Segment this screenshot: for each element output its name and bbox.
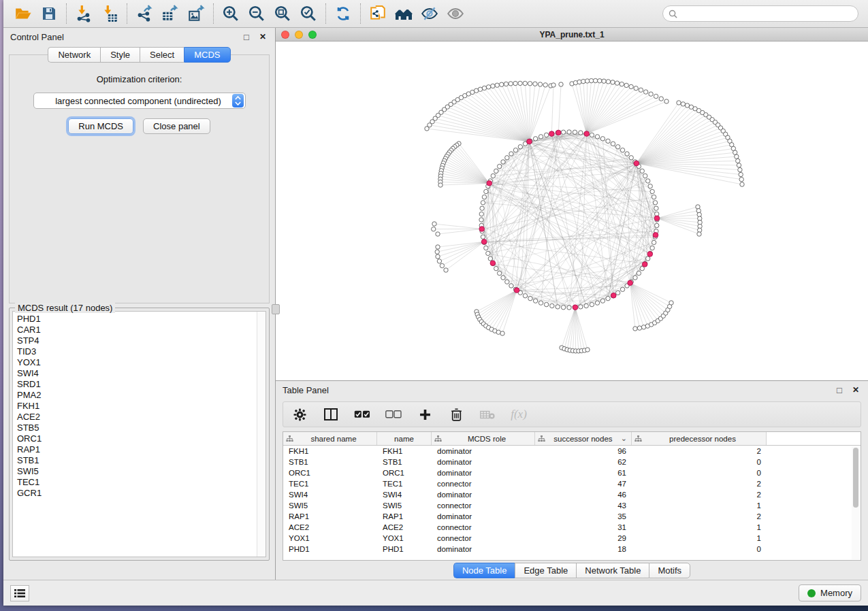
tab-edge-table[interactable]: Edge Table [515,563,576,578]
graph-node[interactable] [488,257,492,261]
graph-mcds-node[interactable] [642,262,647,267]
column-header-name[interactable]: name [377,432,432,445]
graph-node[interactable] [495,83,499,87]
graph-node[interactable] [620,82,624,86]
graph-node[interactable] [500,331,504,335]
graph-node[interactable] [436,254,440,259]
mcds-result-item[interactable]: STP4 [17,335,257,346]
export-table-button[interactable] [157,2,183,25]
graph-node[interactable] [740,182,744,186]
graph-node[interactable] [615,145,620,149]
mcds-result-item[interactable]: STB5 [17,423,257,433]
mcds-result-item[interactable]: GCR1 [17,488,257,499]
tab-mcds[interactable]: MCDS [184,47,230,63]
graph-node[interactable] [479,218,483,222]
graph-mcds-node[interactable] [654,216,660,221]
graph-node[interactable] [435,250,439,254]
graph-node[interactable] [479,212,483,216]
graph-node[interactable] [497,164,501,168]
graph-node[interactable] [544,133,548,137]
graph-node[interactable] [509,152,513,156]
graph-node[interactable] [437,259,441,263]
graph-node[interactable] [494,169,498,173]
graph-node[interactable] [650,246,654,250]
graph-node[interactable] [567,130,571,134]
graph-node[interactable] [598,79,602,83]
table-row[interactable]: SWI5SWI5connector431 [283,500,861,511]
import-network-button[interactable] [71,2,97,25]
graph-node[interactable] [629,84,633,88]
graph-node[interactable] [539,301,543,305]
refresh-button[interactable] [330,2,356,25]
mcds-result-item[interactable]: SWI4 [17,368,257,379]
graph-node[interactable] [518,81,522,85]
graph-node[interactable] [486,251,490,255]
mcds-result-item[interactable]: CAR1 [17,325,257,335]
graph-node[interactable] [551,83,556,87]
graph-node[interactable] [733,150,737,154]
graph-node[interactable] [602,79,606,83]
graph-node[interactable] [600,299,605,303]
graph-node[interactable] [505,156,509,160]
graph-node[interactable] [685,103,689,108]
graph-mcds-node[interactable] [490,261,496,266]
table-row[interactable]: SWI4SWI4dominator462 [283,489,861,500]
save-session-button[interactable] [36,2,62,25]
graph-node[interactable] [432,222,436,226]
graph-node[interactable] [425,127,429,131]
graph-node[interactable] [654,206,658,210]
graph-node[interactable] [664,99,669,103]
graph-node[interactable] [533,137,537,141]
graph-node[interactable] [523,81,527,85]
graph-node[interactable] [500,82,504,86]
graph-node[interactable] [543,83,547,87]
graph-node[interactable] [595,301,599,305]
mcds-result-item[interactable]: TEC1 [17,477,257,488]
graph-node[interactable] [544,302,548,306]
export-network-button[interactable] [131,2,157,25]
network-view-canvas[interactable] [276,42,868,380]
graph-node[interactable] [652,240,656,244]
network-search-box[interactable] [662,5,858,22]
graph-node[interactable] [556,305,560,309]
graph-node[interactable] [652,195,656,199]
graph-mcds-node[interactable] [487,180,492,186]
graph-mcds-node[interactable] [549,131,554,137]
graph-node[interactable] [528,296,532,300]
graph-node[interactable] [669,301,673,305]
mcds-result-item[interactable]: STB1 [17,455,257,466]
graph-node[interactable] [639,88,643,92]
table-scrollbar-thumb[interactable] [853,448,858,508]
run-mcds-button[interactable]: Run MCDS [68,118,133,134]
clone-network-button[interactable] [365,2,391,25]
graph-mcds-node[interactable] [634,161,639,166]
graph-node[interactable] [491,84,495,88]
delete-table-button[interactable] [479,406,496,423]
graph-mcds-node[interactable] [556,130,561,135]
graph-node[interactable] [645,179,649,183]
graph-node[interactable] [655,223,659,227]
graph-node[interactable] [501,160,505,164]
graph-node[interactable] [633,327,637,331]
graph-node[interactable] [584,303,588,308]
graph-node[interactable] [559,82,563,86]
graph-node[interactable] [538,82,542,86]
table-row[interactable]: YOX1YOX1connector291 [283,533,861,544]
mcds-result-item[interactable]: PHD1 [17,314,257,325]
graph-mcds-node[interactable] [628,280,633,286]
graph-node[interactable] [624,83,628,87]
export-image-button[interactable] [183,2,209,25]
open-session-button[interactable] [10,2,36,25]
search-input[interactable] [681,9,852,18]
graph-node[interactable] [513,148,517,152]
mcds-result-item[interactable]: RAP1 [17,444,257,455]
delete-column-button[interactable] [448,406,464,423]
table-row[interactable]: STB1STB1dominator620 [283,457,861,467]
graph-node[interactable] [633,276,637,280]
zoom-fit-button[interactable] [270,2,295,25]
graph-node[interactable] [567,306,571,310]
table-settings-button[interactable] [291,406,308,423]
select-all-columns-button[interactable] [354,406,370,423]
column-header-predecessor-nodes[interactable]: predecessor nodes [632,432,767,445]
column-header-shared-name[interactable]: shared name [283,432,377,445]
